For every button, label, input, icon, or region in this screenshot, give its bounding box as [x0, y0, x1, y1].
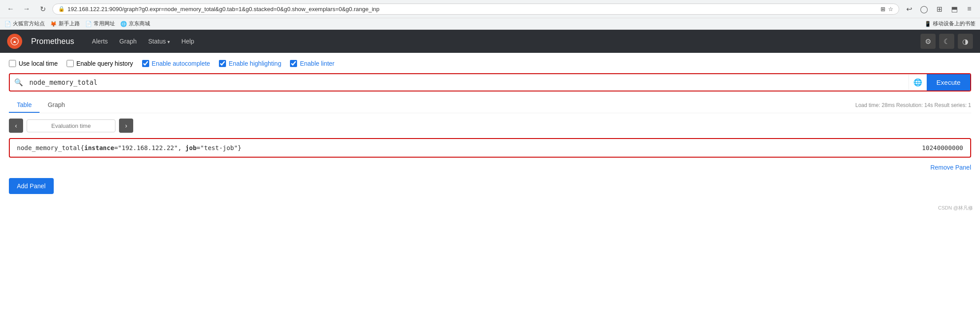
nav-graph[interactable]: Graph — [114, 35, 142, 48]
bookmarks-bar: 📄 火狐官方站点 🦊 新手上路 📄 常用网址 🌐 京东商城 📱 移动设备上的书签 — [0, 18, 980, 29]
bookmark-label: 火狐官方站点 — [13, 20, 45, 28]
query-history-label: Enable query history — [76, 60, 133, 67]
query-globe-button[interactable]: 🌐 — [909, 75, 927, 90]
bookmark-label: 常用网址 — [94, 20, 115, 28]
options-row: Use local time Enable query history Enab… — [9, 60, 971, 67]
app-title: Prometheus — [31, 37, 74, 46]
query-bar: 🔍 🌐 Execute — [9, 73, 971, 91]
execute-button[interactable]: Execute — [927, 74, 970, 91]
star-icon[interactable]: ☆ — [888, 6, 893, 12]
result-value: 10240000000 — [922, 144, 963, 151]
app-nav: Alerts Graph Status Help — [87, 35, 199, 48]
autocomplete-option[interactable]: Enable autocomplete — [142, 60, 210, 67]
use-local-time-checkbox[interactable] — [9, 60, 16, 67]
nav-help[interactable]: Help — [176, 35, 200, 48]
mobile-icon: 📱 — [924, 21, 931, 27]
tabs: Table Graph — [9, 98, 73, 113]
security-icon: 🔒 — [58, 6, 65, 12]
bookmark-mobile[interactable]: 📱 移动设备上的书签 — [924, 20, 976, 28]
bookmark-item-jd[interactable]: 🌐 京东商城 — [120, 20, 150, 28]
result-metric: node_memory_total{instance="192.168.122.… — [17, 144, 242, 151]
linter-option[interactable]: Enable linter — [290, 60, 334, 67]
result-row: node_memory_total{instance="192.168.122.… — [9, 138, 971, 158]
autocomplete-checkbox[interactable] — [142, 60, 149, 67]
browser-extension-button[interactable]: ⊞ — [933, 3, 945, 15]
settings-button[interactable]: ⚙ — [920, 34, 936, 49]
eval-row: ‹ › — [9, 119, 971, 133]
result-label-instance-key: instance — [84, 144, 114, 151]
bookmark-icon: 📄 — [4, 21, 11, 27]
forward-button[interactable]: → — [20, 3, 33, 15]
highlighting-checkbox[interactable] — [219, 60, 226, 67]
bookmark-item-common[interactable]: 📄 常用网址 — [85, 20, 115, 28]
bookmark-label: 新手上路 — [59, 20, 80, 28]
nav-alerts[interactable]: Alerts — [87, 35, 113, 48]
use-local-time-option[interactable]: Use local time — [9, 60, 58, 67]
browser-back2-button[interactable]: ↩ — [903, 3, 915, 15]
address-bar[interactable]: 🔒 192.168.122.21:9090/graph?g0.expr=node… — [52, 4, 899, 15]
query-input[interactable] — [28, 75, 909, 90]
query-search-icon: 🔍 — [10, 75, 28, 90]
query-history-option[interactable]: Enable query history — [67, 60, 133, 67]
footer-credit: CSDN @林凡修 — [0, 201, 980, 215]
query-history-checkbox[interactable] — [67, 60, 74, 67]
bookmarks-left: 📄 火狐官方站点 🦊 新手上路 📄 常用网址 🌐 京东商城 — [4, 20, 150, 28]
remove-panel-container: Remove Panel — [9, 164, 971, 171]
tab-graph[interactable]: Graph — [40, 98, 73, 113]
remove-panel-button[interactable]: Remove Panel — [930, 164, 971, 171]
contrast-button[interactable]: ◑ — [958, 34, 973, 49]
dark-mode-button[interactable]: ☾ — [939, 34, 954, 49]
browser-toolbar: ← → ↻ 🔒 192.168.122.21:9090/graph?g0.exp… — [0, 0, 980, 18]
app-logo — [7, 34, 22, 49]
browser-actions: ↩ ◯ ⊞ ⬒ ≡ — [903, 3, 976, 15]
bookmark-mobile-label: 移动设备上的书签 — [933, 20, 976, 28]
bookmark-icon: 🌐 — [120, 21, 127, 27]
result-label-job-key: job — [185, 144, 196, 151]
eval-prev-button[interactable]: ‹ — [9, 119, 23, 133]
header-right: ⚙ ☾ ◑ — [920, 34, 973, 49]
eval-time-input[interactable] — [27, 119, 115, 132]
main-content: Use local time Enable query history Enab… — [0, 53, 980, 201]
highlighting-option[interactable]: Enable highlighting — [219, 60, 281, 67]
tab-bar: Table Graph Load time: 28ms Resolution: … — [9, 98, 971, 113]
bookmark-item-newbie[interactable]: 🦊 新手上路 — [50, 20, 80, 28]
browser-chrome: ← → ↻ 🔒 192.168.122.21:9090/graph?g0.exp… — [0, 0, 980, 30]
highlighting-label: Enable highlighting — [229, 60, 281, 67]
app-header: Prometheus Alerts Graph Status Help ⚙ ☾ … — [0, 30, 980, 53]
add-panel-button[interactable]: Add Panel — [9, 178, 54, 194]
browser-circle-button[interactable]: ◯ — [918, 3, 930, 15]
nav-status[interactable]: Status — [143, 35, 175, 48]
reload-button[interactable]: ↻ — [36, 3, 49, 15]
bookmark-icon: 📄 — [85, 21, 92, 27]
tab-meta: Load time: 28ms Resolution: 14s Result s… — [855, 99, 971, 112]
address-text: 192.168.122.21:9090/graph?g0.expr=node_m… — [67, 6, 878, 12]
linter-label: Enable linter — [300, 60, 334, 67]
bookmark-icon: 🦊 — [50, 21, 57, 27]
back-button[interactable]: ← — [4, 3, 17, 15]
browser-profile-button[interactable]: ⬒ — [948, 3, 960, 15]
autocomplete-label: Enable autocomplete — [152, 60, 210, 67]
use-local-time-label: Use local time — [19, 60, 58, 67]
linter-checkbox[interactable] — [290, 60, 297, 67]
bookmark-item-huhu[interactable]: 📄 火狐官方站点 — [4, 20, 45, 28]
grid-icon: ⊞ — [881, 6, 885, 12]
tab-table[interactable]: Table — [9, 98, 40, 113]
prometheus-logo-icon — [10, 37, 19, 46]
browser-menu-button[interactable]: ≡ — [963, 3, 976, 15]
eval-next-button[interactable]: › — [119, 119, 133, 133]
bookmark-label: 京东商城 — [129, 20, 150, 28]
